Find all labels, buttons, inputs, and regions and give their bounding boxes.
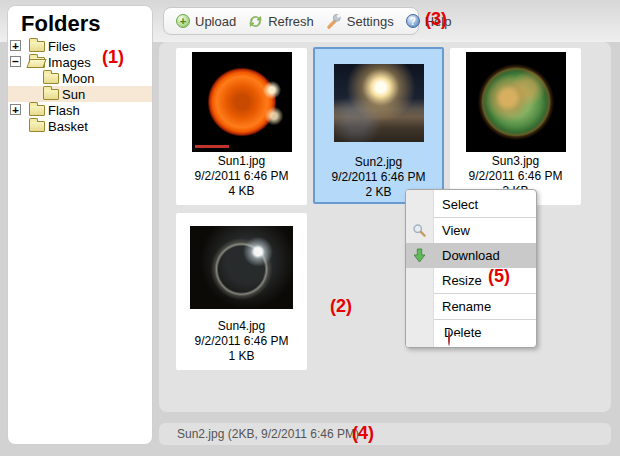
menu-item-label: Select <box>442 197 478 212</box>
sun1-thumbnail <box>192 52 292 152</box>
file-size: 2 KB <box>365 185 391 200</box>
tree-item-label: Images <box>48 55 91 70</box>
annotation-1: (1) <box>102 47 124 68</box>
file-name: Sun4.jpg <box>218 319 265 334</box>
file-date: 9/2/2011 6:46 PM <box>469 169 563 184</box>
annotation-3: (3) <box>425 9 447 30</box>
file-size: 4 KB <box>228 184 254 199</box>
tree-item-flash[interactable]: + Flash <box>8 102 152 118</box>
tree-item-label: Sun <box>62 87 85 102</box>
upload-button-label: Upload <box>195 14 236 29</box>
annotation-5: (5) <box>488 266 510 287</box>
photo-watermark <box>195 145 229 148</box>
menu-item-label: Resize <box>442 273 482 288</box>
settings-button-label: Settings <box>347 14 394 29</box>
folder-icon <box>29 41 45 52</box>
file-size: 1 KB <box>228 349 254 364</box>
settings-icon <box>326 13 342 29</box>
file-name: Sun3.jpg <box>492 154 539 169</box>
folder-icon <box>29 121 45 132</box>
tree-item-label: Flash <box>48 103 80 118</box>
sun4-thumbnail <box>190 226 293 309</box>
menu-item-rename[interactable]: Rename <box>406 294 536 319</box>
sidebar-title: Folders <box>21 11 100 37</box>
status-bar: Sun2.jpg (2KB, 9/2/2011 6:46 PM) <box>159 423 611 445</box>
folder-icon <box>43 73 59 84</box>
tree-item-label: Moon <box>62 71 95 86</box>
file-tile-sun3[interactable]: Sun3.jpg 9/2/2011 6:46 PM 3 KB <box>450 48 581 205</box>
menu-item-delete[interactable]: Delete <box>406 320 536 345</box>
menu-item-resize[interactable]: Resize <box>406 268 536 293</box>
folders-sidebar: Folders + Files − Images Moon Sun + <box>7 5 153 445</box>
refresh-button[interactable]: Refresh <box>242 10 320 32</box>
menu-item-select[interactable]: Select <box>406 192 536 217</box>
thumbnail-box <box>334 51 424 155</box>
menu-item-download-highlighted[interactable]: Download <box>406 243 536 268</box>
open-folder-icon <box>29 57 45 68</box>
refresh-icon <box>248 14 263 29</box>
file-manager-window: Folders + Files − Images Moon Sun + <box>0 0 620 456</box>
folder-tree: + Files − Images Moon Sun + Flash <box>8 38 152 134</box>
sun3-thumbnail <box>466 52 566 152</box>
status-bar-text: Sun2.jpg (2KB, 9/2/2011 6:46 PM) <box>177 427 359 441</box>
menu-item-view[interactable]: View <box>406 218 536 243</box>
file-tile-sun4[interactable]: Sun4.jpg 9/2/2011 6:46 PM 1 KB <box>176 213 307 370</box>
upload-icon <box>176 14 190 28</box>
menu-item-label: Download <box>442 248 500 263</box>
expand-toggle-icon[interactable]: + <box>10 104 21 115</box>
file-tile-sun1[interactable]: Sun1.jpg 9/2/2011 6:46 PM 4 KB <box>176 48 307 205</box>
tree-item-moon[interactable]: Moon <box>8 70 152 86</box>
delete-icon <box>448 329 450 346</box>
settings-button[interactable]: Settings <box>320 10 400 32</box>
context-menu: Select View Download Resize Rename Delet… <box>405 189 537 348</box>
toolbar: Upload Refresh Settings Help <box>163 7 419 35</box>
refresh-button-label: Refresh <box>268 14 314 29</box>
tree-item-basket[interactable]: Basket <box>8 118 152 134</box>
thumbnail-box <box>190 215 293 319</box>
sun2-thumbnail <box>334 64 424 142</box>
folder-icon <box>43 89 59 100</box>
tree-item-label: Files <box>48 39 75 54</box>
folder-icon <box>29 105 45 116</box>
file-tile-sun2-selected[interactable]: Sun2.jpg 9/2/2011 6:46 PM 2 KB <box>313 47 444 204</box>
thumbnail-box <box>466 50 566 154</box>
tree-item-label: Basket <box>48 119 88 134</box>
menu-item-label: Rename <box>442 299 491 314</box>
tree-item-sun-selected[interactable]: Sun <box>8 86 152 102</box>
tree-item-images[interactable]: − Images <box>8 54 152 70</box>
expand-toggle-icon[interactable]: + <box>10 40 21 51</box>
annotation-2: (2) <box>330 296 352 317</box>
help-icon <box>406 14 420 28</box>
file-name: Sun1.jpg <box>218 154 265 169</box>
tree-item-files[interactable]: + Files <box>8 38 152 54</box>
thumbnail-box <box>192 50 292 154</box>
magnifier-icon <box>412 223 427 238</box>
file-date: 9/2/2011 6:46 PM <box>195 334 289 349</box>
collapse-toggle-icon[interactable]: − <box>10 56 21 67</box>
file-date: 9/2/2011 6:46 PM <box>195 169 289 184</box>
upload-button[interactable]: Upload <box>170 10 242 32</box>
annotation-4: (4) <box>352 423 374 444</box>
menu-item-label: View <box>442 223 470 238</box>
download-arrow-icon <box>412 248 427 263</box>
file-name: Sun2.jpg <box>355 155 402 170</box>
file-date: 9/2/2011 6:46 PM <box>332 170 426 185</box>
